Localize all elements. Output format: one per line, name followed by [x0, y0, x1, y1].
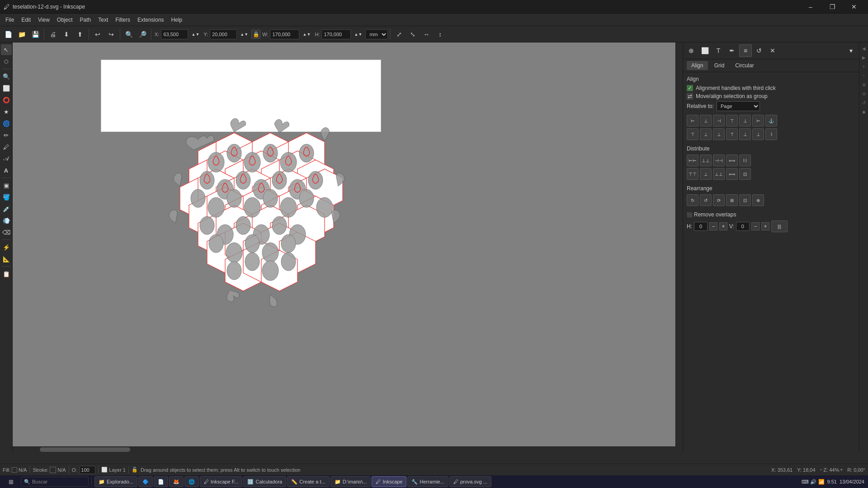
menu-text[interactable]: Text: [94, 15, 112, 25]
snap-button[interactable]: ⊕: [685, 44, 698, 57]
export-button[interactable]: ⬆: [74, 28, 86, 41]
text-tool[interactable]: A: [1, 165, 12, 176]
connector-tool[interactable]: ⚡: [1, 242, 12, 253]
align-left-anchor[interactable]: ⊤: [726, 115, 738, 127]
dist-equal-v[interactable]: ⟺: [726, 168, 738, 180]
h-overlap-inc[interactable]: +: [719, 222, 727, 230]
h-overlap-dec[interactable]: −: [709, 222, 717, 230]
menu-object[interactable]: Object: [53, 15, 76, 25]
layer-indicator[interactable]: ⬜ Layer 1: [101, 467, 126, 473]
h-field[interactable]: [321, 29, 351, 39]
v-overlap-dec[interactable]: −: [751, 222, 760, 230]
transform-1[interactable]: ⤢: [393, 28, 406, 41]
far-right-1[interactable]: ◀: [860, 44, 868, 52]
v-overlap-input[interactable]: [736, 222, 750, 231]
menu-filters[interactable]: Filters: [112, 15, 134, 25]
history-button[interactable]: ↺: [753, 44, 765, 57]
more-button[interactable]: ▾: [844, 44, 857, 57]
align-center-vertical[interactable]: ⊥: [700, 115, 712, 127]
align-right-edge[interactable]: ⊣: [713, 115, 725, 127]
far-right-2[interactable]: ▶: [860, 53, 868, 61]
dropper-tool[interactable]: 💉: [1, 203, 12, 214]
lock-proportions[interactable]: 🔒: [251, 30, 260, 39]
dist-right-edges[interactable]: ⊣⊣: [713, 155, 725, 166]
zoom-in-button[interactable]: 🔍: [123, 28, 135, 41]
far-right-8[interactable]: ◆: [860, 108, 868, 116]
taskbar-calculator[interactable]: 🔢Calculadora: [243, 476, 286, 487]
taskbar-app-2[interactable]: 📄: [154, 476, 168, 487]
x-field[interactable]: [161, 29, 188, 39]
style-button[interactable]: ✒: [726, 44, 738, 57]
eraser-tool[interactable]: ⌫: [1, 227, 12, 238]
y-inc[interactable]: ▲▼: [238, 28, 250, 41]
dist-equal-h[interactable]: ⟺: [726, 155, 738, 166]
zoom-tool[interactable]: 🔍: [1, 71, 12, 82]
dist-top-edges[interactable]: ⊤⊤: [687, 168, 698, 180]
pages-tool[interactable]: 📋: [1, 268, 12, 279]
rearrange-2[interactable]: ↺: [700, 194, 712, 206]
calligraphy-tool[interactable]: 𝒜: [1, 153, 12, 164]
x-inc[interactable]: ▲▼: [189, 28, 202, 41]
taskbar-create[interactable]: ✏️Create a t...: [287, 476, 329, 487]
h-inc[interactable]: ▲▼: [352, 28, 364, 41]
spray-tool[interactable]: 💨: [1, 215, 12, 226]
text-panel-button[interactable]: T: [712, 44, 725, 57]
rearrange-3[interactable]: ⟳: [713, 194, 725, 206]
spiral-tool[interactable]: 🌀: [1, 118, 12, 129]
apply-overlap[interactable]: |||: [771, 221, 788, 232]
rearrange-4[interactable]: ⊞: [726, 194, 738, 206]
opacity-input[interactable]: [80, 466, 95, 474]
w-inc[interactable]: ▲▼: [300, 28, 313, 41]
fill-swatch[interactable]: [12, 467, 17, 473]
far-right-5[interactable]: ⊕: [860, 80, 868, 89]
align-right-anchor[interactable]: ⊢: [752, 115, 764, 127]
dist-graph[interactable]: ⊡: [739, 168, 751, 180]
transform-button[interactable]: ⬜: [698, 44, 711, 57]
select-tool[interactable]: ↖: [1, 44, 12, 55]
align-center-horizontal[interactable]: ⊥: [700, 128, 712, 140]
lock-icon[interactable]: 🔓: [132, 467, 138, 473]
taskbar-app-1[interactable]: 🔷: [138, 476, 153, 487]
align-middle-anchor[interactable]: ⊥: [739, 128, 751, 140]
dist-centers-h[interactable]: ⊥: [700, 168, 712, 180]
align-left-edge[interactable]: ⊢: [687, 115, 698, 127]
align-center-anchor[interactable]: ⊥: [739, 115, 751, 127]
dist-centers-v[interactable]: ⊥⊥: [700, 155, 712, 166]
zoom-out-button[interactable]: 🔎: [136, 28, 149, 41]
vertical-scrollbar[interactable]: [675, 42, 683, 446]
tab-circular[interactable]: Circular: [731, 61, 758, 70]
far-right-4[interactable]: −: [860, 71, 868, 80]
align-bottom-edge[interactable]: ⊥: [713, 128, 725, 140]
transform-2[interactable]: ⤡: [406, 28, 419, 41]
remove-overlaps-header[interactable]: ⬛ Remove overlaps: [687, 211, 855, 218]
align-anchor[interactable]: ⚓: [765, 115, 777, 127]
rearrange-1[interactable]: ↻: [687, 194, 698, 206]
print-button[interactable]: 🖨: [47, 28, 59, 41]
measure-tool[interactable]: 📐: [1, 253, 12, 264]
h-overlap-input[interactable]: [694, 222, 708, 231]
menu-edit[interactable]: Edit: [18, 15, 34, 25]
v-overlap-inc[interactable]: +: [761, 222, 769, 230]
dist-bottom-edges[interactable]: ⊥⊥: [713, 168, 725, 180]
gradient-tool[interactable]: ▣: [1, 180, 12, 191]
tab-grid[interactable]: Grid: [710, 61, 729, 70]
menu-path[interactable]: Path: [76, 15, 95, 25]
pencil-tool[interactable]: ✏: [1, 130, 12, 141]
menu-extensions[interactable]: Extensions: [134, 15, 168, 25]
new-button[interactable]: 📄: [2, 28, 14, 41]
scrollbar-thumb[interactable]: [40, 447, 130, 452]
taskbar-inkscape-files[interactable]: 🖊Inkscape F...: [200, 476, 243, 487]
far-right-7[interactable]: ↺: [860, 99, 868, 107]
stroke-swatch[interactable]: [50, 467, 56, 473]
taskbar-tools[interactable]: 🔧Herramie...: [407, 476, 448, 487]
horizontal-scrollbar[interactable]: [13, 446, 675, 452]
restore-button[interactable]: ❐: [822, 0, 843, 14]
far-right-6[interactable]: ⊖: [860, 89, 868, 98]
save-button[interactable]: 💾: [29, 28, 42, 41]
taskbar-prova[interactable]: 🖊prova.svg ...: [449, 476, 491, 487]
pen-tool[interactable]: 🖊: [1, 141, 12, 152]
taskbar-file-explorer[interactable]: 📁 Explorado...: [94, 476, 137, 487]
move-align-checkbox[interactable]: ⇄: [687, 93, 693, 99]
zoom-in-btn[interactable]: +: [840, 467, 843, 472]
start-button[interactable]: ⊞: [2, 476, 20, 487]
